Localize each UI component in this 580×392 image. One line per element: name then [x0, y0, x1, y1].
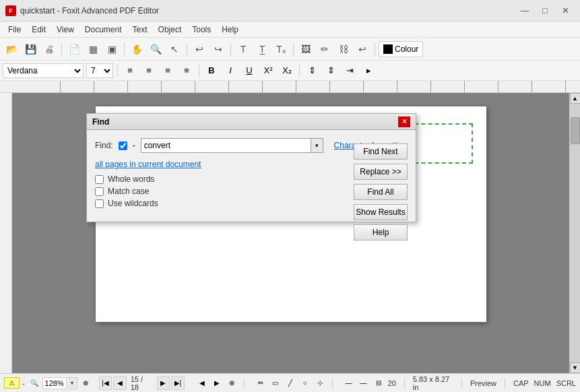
first-page-button[interactable]: |◀	[99, 377, 112, 390]
line-tool-btn[interactable]: ╱	[284, 377, 297, 390]
menu-edit[interactable]: Edit	[26, 22, 51, 37]
doc-button[interactable]: 📄	[65, 40, 83, 58]
hand-tool[interactable]: ✋	[128, 40, 146, 58]
menu-file[interactable]: File	[3, 22, 26, 37]
next-page-button[interactable]: ▶	[157, 377, 170, 390]
horizontal-ruler	[0, 81, 580, 93]
toolbar-separator-4	[230, 42, 231, 56]
match-case-checkbox[interactable]	[95, 187, 104, 196]
line-more-btn[interactable]: —	[357, 377, 370, 390]
zoom-in-button[interactable]: ⊕	[79, 377, 92, 390]
text-tool[interactable]: T	[234, 40, 252, 58]
main-area: Lo th se Do Document Security dialogue. …	[0, 93, 580, 373]
bold-btn[interactable]: B	[203, 63, 220, 78]
colour-button[interactable]: Colour	[379, 41, 423, 57]
undo-button[interactable]: ↩	[191, 40, 208, 58]
scroll-up-arrow[interactable]: ▲	[570, 93, 581, 104]
rect-tool-btn[interactable]: ▭	[269, 377, 282, 390]
pdf-canvas: Lo th se Do Document Security dialogue. …	[12, 93, 569, 373]
superscript-btn[interactable]: X²	[260, 63, 276, 78]
menu-help[interactable]: Help	[216, 22, 244, 37]
find-checkbox[interactable]	[119, 141, 127, 150]
scroll-down-arrow[interactable]: ▼	[570, 362, 581, 373]
line-spacing-btn[interactable]: ⇕	[304, 63, 320, 78]
zoom-input[interactable]	[42, 377, 67, 389]
font-toolbar-sep-3	[299, 65, 300, 77]
find-all-button[interactable]: Find All	[354, 184, 408, 200]
status-separator-1	[244, 378, 245, 389]
text-edit-tool[interactable]: T̲	[253, 40, 271, 58]
menu-text[interactable]: Text	[127, 22, 153, 37]
stamp-tool[interactable]: ↩	[354, 40, 371, 58]
status-bar: ⚠ - 🔍 ▾ ⊕ |◀ ◀ 15 / 18 ▶ ▶| ◀ ▶ ⊕ ✏ ▭ ╱ …	[0, 373, 580, 392]
edit-tool[interactable]: ✏	[316, 40, 333, 58]
underline-btn[interactable]: U	[241, 63, 257, 78]
link-tool[interactable]: ⛓	[335, 40, 352, 58]
zoom-tool[interactable]: 🔍	[147, 40, 164, 58]
para-spacing-btn[interactable]: ⇕	[323, 63, 339, 78]
more-nav-button[interactable]: ⊕	[225, 377, 238, 390]
find-next-button[interactable]: Find Next	[354, 143, 408, 160]
menu-document[interactable]: Document	[79, 22, 127, 37]
pointer-tool-btn[interactable]: ⊹	[313, 377, 327, 390]
zoom-out-button[interactable]: 🔍	[28, 377, 41, 390]
subscript-btn[interactable]: X₂	[279, 63, 295, 78]
whole-words-checkbox[interactable]	[95, 175, 104, 184]
find-dialog: Find ✕ Find: - ▾ Character formatting	[86, 113, 416, 222]
vertical-scrollbar[interactable]: ▲ ▼	[569, 93, 580, 373]
dialog-body: Find: - ▾ Character formatting all pages…	[87, 130, 416, 222]
show-results-button[interactable]: Show Results	[354, 204, 408, 220]
maximize-button[interactable]: □	[536, 3, 554, 19]
prev-page-button[interactable]: ◀	[113, 377, 127, 390]
circle-tool-btn[interactable]: ○	[298, 377, 312, 390]
back-nav-button[interactable]: ◀	[195, 377, 209, 390]
menu-view[interactable]: View	[51, 22, 79, 37]
find-search-input[interactable]	[141, 138, 311, 153]
last-page-button[interactable]: ▶|	[171, 377, 185, 390]
minimize-button[interactable]: —	[515, 3, 534, 19]
use-wildcards-label: Use wildcards	[108, 199, 158, 208]
align-center-btn[interactable]: ≡	[141, 63, 157, 78]
status-separator-2	[332, 378, 333, 389]
image-tool[interactable]: 🖼	[297, 40, 315, 58]
current-page: 15	[131, 375, 139, 383]
dialog-title-bar: Find ✕	[87, 114, 416, 130]
redo-button[interactable]: ↪	[210, 40, 227, 58]
align-left-btn[interactable]: ≡	[122, 63, 138, 78]
dialog-close-button[interactable]: ✕	[398, 117, 410, 127]
menu-object[interactable]: Object	[153, 22, 187, 37]
find-dropdown-button[interactable]: ▾	[311, 138, 323, 153]
view-button[interactable]: ▦	[84, 40, 102, 58]
toolbar-separator-3	[187, 42, 187, 56]
help-button[interactable]: Help	[354, 224, 408, 240]
save-button[interactable]: 💾	[22, 40, 39, 58]
font-family-select[interactable]: Verdana	[3, 63, 84, 78]
print-button[interactable]: 🖨	[40, 40, 58, 58]
zoom-dropdown[interactable]: ▾	[68, 377, 77, 389]
text-format-tool[interactable]: Tₐ	[272, 40, 290, 58]
screenshot-btn[interactable]: ⊟	[372, 377, 385, 390]
open-button[interactable]: 📂	[3, 40, 20, 58]
use-wildcards-checkbox[interactable]	[95, 199, 104, 208]
menu-tools[interactable]: Tools	[187, 22, 216, 37]
more-btn[interactable]: ▸	[360, 63, 377, 78]
italic-btn[interactable]: I	[222, 63, 238, 78]
cursor-button[interactable]: ▣	[103, 40, 121, 58]
status-mode: Preview	[470, 379, 496, 387]
scrollbar-thumb[interactable]	[571, 117, 580, 144]
align-right-btn[interactable]: ≡	[160, 63, 176, 78]
align-justify-btn[interactable]: ≡	[179, 63, 195, 78]
page-navigation: |◀ ◀ 15 / 18 ▶ ▶|	[99, 375, 185, 391]
font-size-select[interactable]: 7	[86, 63, 113, 78]
find-input-wrapper: ▾	[141, 138, 323, 153]
close-button[interactable]: ✕	[556, 3, 575, 19]
forward-nav-button[interactable]: ▶	[210, 377, 224, 390]
select-tool[interactable]: ↖	[166, 40, 183, 58]
line-style-btn[interactable]: —	[342, 377, 356, 390]
page-separator: /	[141, 375, 143, 383]
replace-button[interactable]: Replace >>	[354, 164, 408, 180]
scrollbar-track[interactable]	[570, 104, 581, 362]
status-number: 20	[388, 379, 396, 387]
pencil-tool-btn[interactable]: ✏	[254, 377, 267, 390]
indent-btn[interactable]: ⇥	[342, 63, 358, 78]
